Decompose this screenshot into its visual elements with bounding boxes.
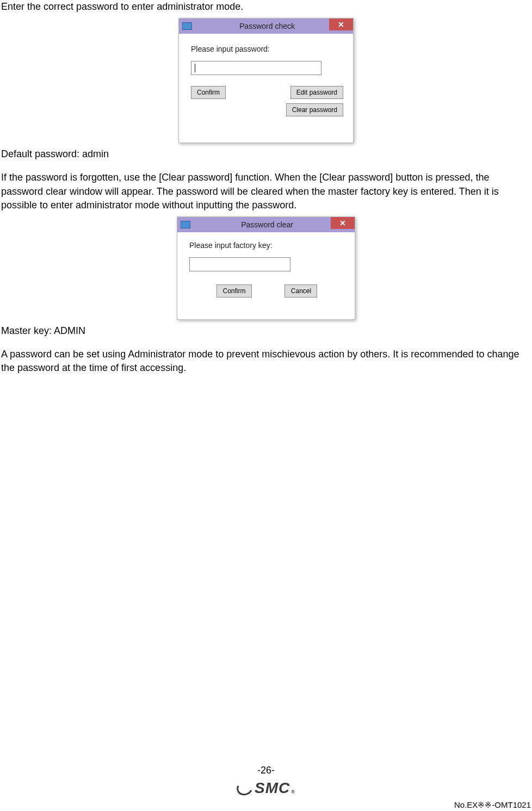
- password-clear-dialog: Password clear ✕ Please input factory ke…: [177, 216, 355, 320]
- factory-key-prompt: Please input factory key:: [189, 241, 345, 250]
- password-check-dialog: Password check ✕ Please input password: …: [178, 18, 354, 143]
- page-number: -26-: [0, 765, 532, 776]
- password-clear-figure: Password clear ✕ Please input factory ke…: [1, 216, 531, 320]
- close-button[interactable]: ✕: [331, 217, 355, 229]
- text-caret: [195, 64, 195, 72]
- password-prompt: Please input password:: [191, 45, 343, 53]
- cancel-button[interactable]: Cancel: [284, 284, 317, 298]
- dialog-body: Please input factory key: Confirm Cancel: [177, 232, 355, 319]
- forgot-password-text: If the password is forgotten, use the [C…: [1, 171, 531, 212]
- password-input[interactable]: [191, 61, 321, 75]
- logo-swoosh-icon: [235, 779, 255, 798]
- clear-password-button[interactable]: Clear password: [286, 103, 343, 116]
- dialog-title: Password clear: [195, 220, 339, 229]
- titlebar: Password check ✕: [179, 18, 353, 34]
- password-check-figure: Password check ✕ Please input password: …: [1, 18, 531, 143]
- factory-key-input[interactable]: [189, 257, 290, 271]
- document-number: No.EX※※-OMT1021: [454, 800, 531, 810]
- button-row-2: Clear password: [191, 103, 343, 116]
- recommendation-text: A password can be set using Administrato…: [1, 348, 531, 375]
- registered-mark: ®: [291, 789, 295, 795]
- confirm-button[interactable]: Confirm: [191, 86, 226, 99]
- close-button[interactable]: ✕: [329, 18, 353, 30]
- close-icon: ✕: [338, 20, 344, 29]
- button-row-1: Confirm Edit password: [191, 86, 343, 99]
- app-icon: [182, 22, 192, 30]
- logo-text: SMC: [255, 779, 290, 797]
- smc-logo: SMC ®: [237, 779, 295, 797]
- edit-password-button[interactable]: Edit password: [290, 86, 343, 99]
- dialog-body: Please input password: Confirm Edit pass…: [179, 34, 353, 143]
- default-password-text: Default password: admin: [1, 147, 531, 161]
- dialog-title: Password check: [196, 22, 338, 30]
- intro-text: Enter the correct password to enter admi…: [1, 0, 531, 14]
- confirm-button[interactable]: Confirm: [216, 284, 251, 298]
- button-row: Confirm Cancel: [189, 284, 345, 298]
- master-key-text: Master key: ADMIN: [1, 324, 531, 338]
- close-icon: ✕: [339, 219, 346, 227]
- titlebar: Password clear ✕: [177, 217, 355, 232]
- page-footer: -26- SMC ®: [0, 765, 532, 798]
- app-icon: [181, 221, 190, 228]
